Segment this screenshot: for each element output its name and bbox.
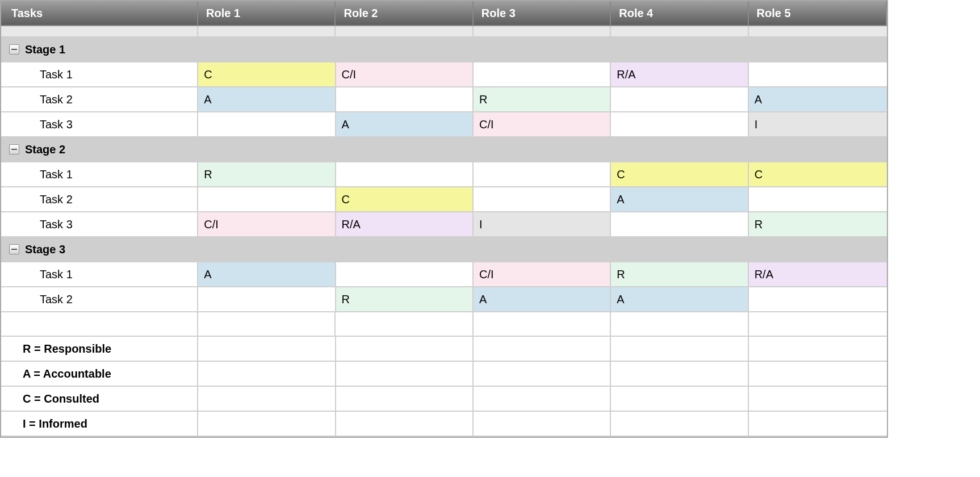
header-row: Tasks Role 1 Role 2 Role 3 Role 4 Role 5 xyxy=(1,1,887,26)
raci-cell[interactable]: A xyxy=(198,262,336,287)
raci-cell[interactable]: C xyxy=(611,162,748,187)
task-label: Task 1 xyxy=(1,162,198,187)
legend-item: R = Responsible xyxy=(1,337,198,362)
raci-cell[interactable]: A xyxy=(336,112,474,137)
header-role-1: Role 1 xyxy=(198,1,336,26)
header-role-3: Role 3 xyxy=(474,1,611,26)
raci-cell[interactable]: R xyxy=(198,162,336,187)
raci-cell[interactable] xyxy=(198,187,336,212)
table-row: Task 2 C A xyxy=(1,187,887,212)
raci-cell[interactable] xyxy=(749,287,887,312)
raci-cell[interactable]: C/I xyxy=(198,212,336,237)
legend-row: A = Accountable xyxy=(1,362,887,387)
raci-cell[interactable]: R xyxy=(474,87,611,112)
legend-row: I = Informed xyxy=(1,412,887,437)
raci-cell[interactable]: R xyxy=(611,262,748,287)
task-label: Task 3 xyxy=(1,112,198,137)
raci-cell[interactable] xyxy=(611,112,748,137)
header-role-2: Role 2 xyxy=(336,1,473,26)
stage-label: Stage 1 xyxy=(25,42,65,57)
table-row: Task 1 A C/I R R/A xyxy=(1,262,887,287)
raci-cell[interactable] xyxy=(611,87,748,112)
raci-cell[interactable]: C xyxy=(198,62,336,87)
raci-cell[interactable] xyxy=(749,187,887,212)
raci-cell[interactable] xyxy=(611,212,748,237)
task-label: Task 2 xyxy=(1,287,198,312)
table-row: Task 2 R A A xyxy=(1,287,887,312)
header-role-5: Role 5 xyxy=(749,1,887,26)
table-row: Task 3 C/I R/A I R xyxy=(1,212,887,237)
table-row: Task 1 C C/I R/A xyxy=(1,62,887,87)
legend-row: C = Consulted xyxy=(1,387,887,412)
raci-cell[interactable]: A xyxy=(749,87,887,112)
stage-label: Stage 2 xyxy=(25,142,65,157)
task-label: Task 2 xyxy=(1,87,198,112)
raci-cell[interactable]: I xyxy=(474,212,611,237)
raci-cell[interactable]: R/A xyxy=(611,62,748,87)
raci-cell[interactable]: C xyxy=(336,187,474,212)
legend-row: R = Responsible xyxy=(1,337,887,362)
raci-cell[interactable] xyxy=(336,262,474,287)
raci-cell[interactable] xyxy=(336,87,474,112)
legend-item: I = Informed xyxy=(1,412,198,437)
collapse-icon[interactable] xyxy=(9,144,19,154)
raci-cell[interactable]: A xyxy=(198,87,336,112)
raci-cell[interactable]: R xyxy=(749,212,887,237)
collapse-icon[interactable] xyxy=(9,244,19,254)
raci-cell[interactable]: R/A xyxy=(336,212,474,237)
raci-cell[interactable]: A xyxy=(611,287,748,312)
raci-cell[interactable] xyxy=(198,112,336,137)
raci-matrix: Tasks Role 1 Role 2 Role 3 Role 4 Role 5… xyxy=(0,0,888,438)
collapse-icon[interactable] xyxy=(9,44,19,55)
stage-3-row: Stage 3 xyxy=(1,237,887,262)
raci-cell[interactable] xyxy=(749,62,887,87)
stage-label: Stage 3 xyxy=(25,242,65,257)
table-row: Task 1 R C C xyxy=(1,162,887,187)
raci-cell[interactable] xyxy=(198,287,336,312)
task-label: Task 1 xyxy=(1,62,198,87)
legend-item: A = Accountable xyxy=(1,362,198,387)
raci-cell[interactable]: I xyxy=(749,112,887,137)
table-row: Task 3 A C/I I xyxy=(1,112,887,137)
stage-1-row: Stage 1 xyxy=(1,37,887,62)
raci-cell[interactable]: A xyxy=(611,187,748,212)
raci-cell[interactable]: R/A xyxy=(749,262,887,287)
raci-cell[interactable]: A xyxy=(474,287,611,312)
raci-cell[interactable] xyxy=(474,62,611,87)
header-role-4: Role 4 xyxy=(611,1,748,26)
task-label: Task 1 xyxy=(1,262,198,287)
raci-cell[interactable]: C/I xyxy=(474,262,611,287)
stage-2-row: Stage 2 xyxy=(1,137,887,162)
task-label: Task 3 xyxy=(1,212,198,237)
task-label: Task 2 xyxy=(1,187,198,212)
raci-cell[interactable]: C xyxy=(749,162,887,187)
table-row: Task 2 A R A xyxy=(1,87,887,112)
raci-cell[interactable] xyxy=(474,187,611,212)
raci-cell[interactable]: C/I xyxy=(474,112,611,137)
header-tasks: Tasks xyxy=(1,1,198,26)
raci-cell[interactable]: C/I xyxy=(336,62,474,87)
raci-cell[interactable]: R xyxy=(336,287,474,312)
raci-cell[interactable] xyxy=(336,162,474,187)
spacer-row xyxy=(1,26,887,37)
empty-row xyxy=(1,312,887,337)
raci-cell[interactable] xyxy=(474,162,611,187)
legend-item: C = Consulted xyxy=(1,387,198,412)
